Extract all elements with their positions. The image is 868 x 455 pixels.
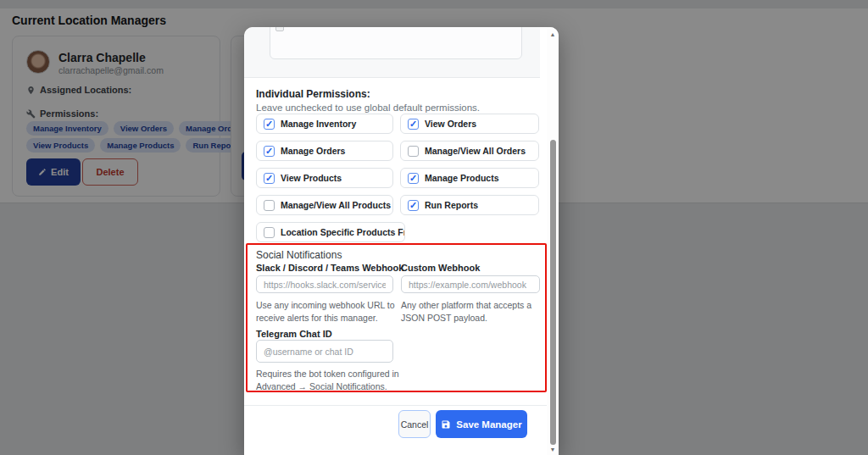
checkbox-icon: ✓ xyxy=(264,200,275,211)
checkbox-view-products[interactable]: ✓ View Products xyxy=(256,168,393,188)
slack-webhook-label: Slack / Discord / Teams Webhook xyxy=(256,263,403,273)
check-icon: ✓ xyxy=(265,147,273,156)
checkbox-manage-orders[interactable]: ✓ Manage Orders xyxy=(256,141,393,161)
scrollbar-down-arrow-icon[interactable]: ▼ xyxy=(547,444,559,454)
checkbox-icon: ✓ xyxy=(264,173,275,184)
footer-divider xyxy=(244,405,547,406)
scrolled-form-section xyxy=(244,27,540,78)
social-notifications-title: Social Notifications xyxy=(256,249,342,261)
checkbox-run-reports[interactable]: ✓ Run Reports xyxy=(400,195,539,215)
check-icon: ✓ xyxy=(265,174,273,183)
notes-textarea[interactable] xyxy=(270,27,522,59)
save-manager-label: Save Manager xyxy=(456,419,521,430)
permissions-hint: Leave unchecked to use global default pe… xyxy=(256,103,480,113)
slack-webhook-help: Use any incoming webhook URL to receive … xyxy=(256,299,395,325)
check-icon: ✓ xyxy=(409,174,417,183)
telegram-chat-id-input[interactable] xyxy=(256,340,393,363)
telegram-chat-id-help: Requires the bot token configured in Adv… xyxy=(256,368,400,393)
checkbox-view-orders[interactable]: ✓ View Orders xyxy=(400,114,539,134)
telegram-chat-id-label: Telegram Chat ID xyxy=(256,329,332,339)
slack-webhook-input[interactable] xyxy=(256,275,393,293)
textarea-checkbox-partial[interactable] xyxy=(275,27,284,31)
floppy-save-icon xyxy=(441,419,451,430)
check-icon: ✓ xyxy=(265,119,273,129)
individual-permissions-heading: Individual Permissions: xyxy=(256,88,370,100)
checkbox-icon: ✓ xyxy=(264,119,275,130)
checkbox-manage-products[interactable]: ✓ Manage Products xyxy=(400,168,539,188)
checkbox-manage-inventory[interactable]: ✓ Manage Inventory xyxy=(256,114,393,134)
checkbox-icon: ✓ xyxy=(264,146,275,157)
checkbox-icon: ✓ xyxy=(264,227,275,238)
scrollbar-thumb[interactable] xyxy=(550,140,556,445)
checkbox-manage-view-all-products[interactable]: ✓ Manage/View All Products xyxy=(256,195,393,215)
save-manager-button[interactable]: Save Manager xyxy=(436,410,527,438)
custom-webhook-help: Any other platform that accepts a JSON P… xyxy=(401,299,543,325)
checkbox-manage-view-all-orders[interactable]: ✓ Manage/View All Orders xyxy=(400,141,539,161)
check-icon: ✓ xyxy=(409,119,417,129)
check-icon: ✓ xyxy=(409,201,417,210)
custom-webhook-label: Custom Webhook xyxy=(401,263,480,273)
checkbox-icon: ✓ xyxy=(408,146,419,157)
modal-scrollbar[interactable]: ▲ ▼ xyxy=(547,27,559,455)
checkbox-location-specific-products-frontend[interactable]: ✓ Location Specific Products Frontend xyxy=(256,222,405,242)
scrollbar-up-arrow-icon[interactable]: ▲ xyxy=(547,29,559,39)
edit-manager-modal: Individual Permissions: Leave unchecked … xyxy=(244,27,559,455)
checkbox-icon: ✓ xyxy=(408,173,419,184)
checkbox-icon: ✓ xyxy=(408,200,419,211)
cancel-button[interactable]: Cancel xyxy=(398,410,431,438)
custom-webhook-input[interactable] xyxy=(401,275,540,293)
checkbox-icon: ✓ xyxy=(408,119,419,130)
